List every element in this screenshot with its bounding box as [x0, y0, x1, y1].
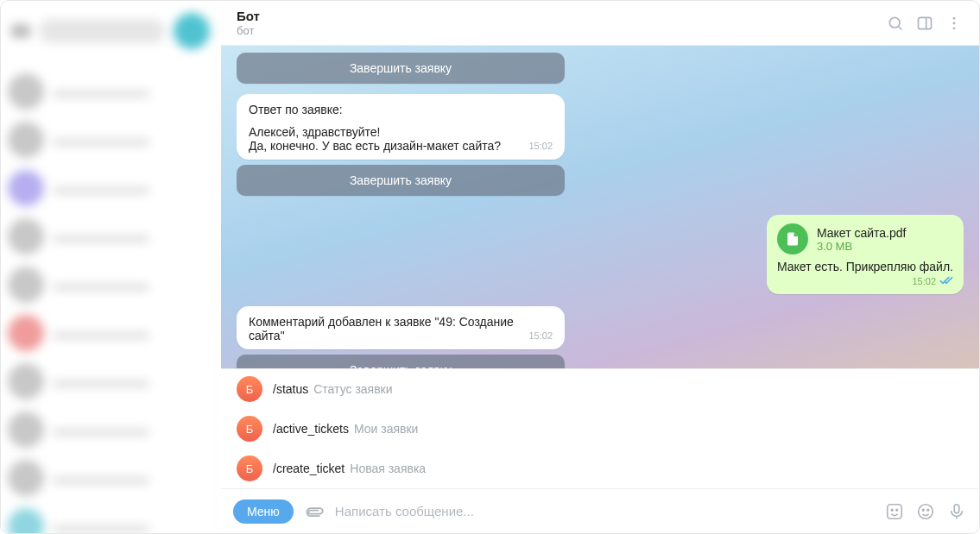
more-icon[interactable]: [945, 14, 964, 33]
svg-point-0: [889, 17, 900, 28]
message-text: Макет есть. Прикрепляю файл.: [777, 260, 953, 273]
chat-main: Бот бот Завершить заявку Ответ по заявке…: [221, 1, 979, 533]
svg-line-1: [899, 26, 902, 29]
command-name: /create_ticket: [273, 462, 345, 475]
message-time: 15:02: [912, 276, 936, 286]
message-text: Ответ по заявке:: [249, 103, 553, 116]
attach-icon[interactable]: [300, 497, 329, 526]
file-size: 3.0 MB: [817, 240, 907, 253]
chat-header: Бот бот: [221, 1, 979, 46]
messages-area[interactable]: Завершить заявку Ответ по заявке: Алексе…: [221, 46, 979, 488]
chat-subtitle: бот: [237, 24, 876, 38]
message-time: 15:02: [522, 141, 553, 151]
side-panel-icon[interactable]: [915, 14, 934, 33]
bot-command-item[interactable]: Б /active_ticketsМои заявки: [221, 409, 979, 449]
svg-rect-7: [888, 504, 902, 518]
message-input-bar: Меню: [221, 488, 979, 533]
search-icon[interactable]: [886, 14, 905, 33]
svg-point-10: [919, 504, 933, 518]
emoji-icon[interactable]: [915, 501, 936, 522]
file-icon: [777, 223, 808, 254]
microphone-icon[interactable]: [946, 501, 967, 522]
bot-avatar: Б: [237, 416, 262, 442]
message-input[interactable]: [335, 504, 874, 518]
file-name: Макет сайта.pdf: [817, 226, 907, 240]
svg-point-11: [922, 509, 924, 511]
menu-button[interactable]: Меню: [233, 499, 294, 524]
bot-avatar: Б: [237, 376, 262, 402]
svg-point-6: [953, 27, 956, 29]
message-time: 15:02: [522, 330, 553, 341]
bot-avatar: Б: [237, 455, 262, 481]
svg-point-4: [953, 16, 956, 19]
file-attachment[interactable]: Макет сайта.pdf 3.0 MB: [777, 223, 953, 254]
svg-point-8: [891, 509, 893, 511]
bot-command-item[interactable]: Б /create_ticketНовая заявка: [221, 449, 979, 488]
svg-rect-2: [919, 17, 932, 28]
message-incoming[interactable]: Комментарий добавлен к заявке "49: Созда…: [237, 306, 565, 349]
svg-point-9: [896, 509, 898, 511]
message-incoming[interactable]: Ответ по заявке: Алексей, здравствуйте! …: [237, 94, 565, 160]
svg-point-5: [953, 22, 956, 24]
svg-point-12: [927, 509, 929, 511]
bot-commands-panel: Б /statusСтатус заявки Б /active_tickets…: [221, 368, 979, 488]
bot-command-item[interactable]: Б /statusСтатус заявки: [221, 369, 979, 409]
chat-title: Бот: [237, 9, 876, 24]
command-description: Мои заявки: [354, 422, 418, 436]
command-description: Статус заявки: [313, 382, 392, 396]
read-ticks-icon: [939, 273, 953, 289]
chat-list-sidebar: [1, 1, 221, 533]
message-text: Да, конечно. У вас есть дизайн-макет сай…: [249, 139, 501, 153]
command-name: /active_tickets: [273, 422, 349, 436]
chat-title-block[interactable]: Бот бот: [237, 9, 876, 38]
command-name: /status: [273, 382, 308, 396]
message-text: Комментарий добавлен к заявке "49: Созда…: [249, 315, 514, 342]
inline-button-complete[interactable]: Завершить заявку: [237, 165, 565, 196]
sticker-icon[interactable]: [884, 501, 905, 522]
message-outgoing[interactable]: Макет сайта.pdf 3.0 MB Макет есть. Прикр…: [767, 215, 964, 294]
message-text: Алексей, здравствуйте!: [249, 125, 553, 139]
inline-button-complete[interactable]: Завершить заявку: [237, 53, 565, 84]
svg-rect-13: [954, 504, 959, 512]
command-description: Новая заявка: [350, 462, 426, 475]
